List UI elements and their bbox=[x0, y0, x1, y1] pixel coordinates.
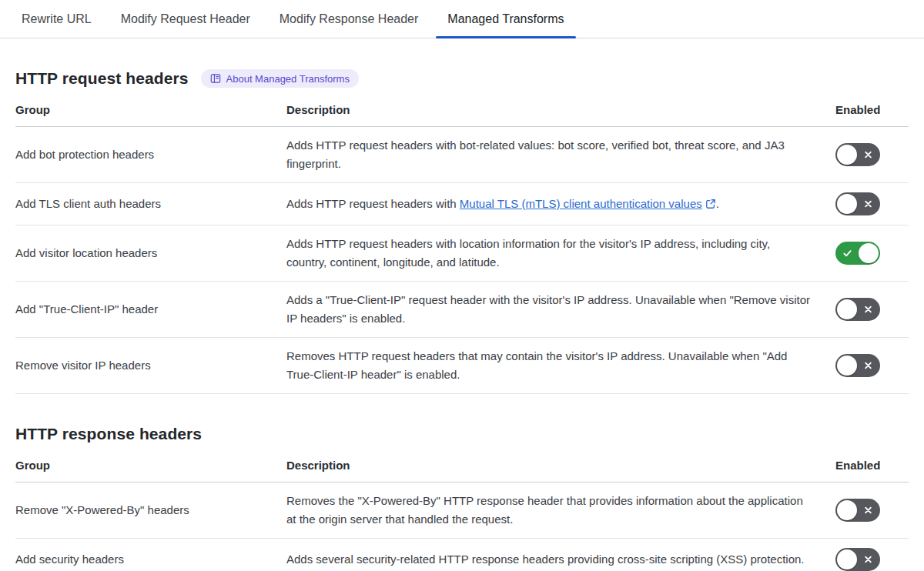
group-label: Add TLS client auth headers bbox=[15, 195, 286, 213]
tab-modify-request-header[interactable]: Modify Request Header bbox=[109, 0, 262, 38]
table-row: Add "True-Client-IP" headerAdds a "True-… bbox=[15, 282, 909, 338]
description-text: Adds HTTP request headers with Mutual TL… bbox=[286, 195, 835, 213]
response-headers-section: HTTP response headers Group Description … bbox=[0, 425, 924, 571]
column-header-enabled: Enabled bbox=[835, 103, 909, 116]
x-icon bbox=[863, 199, 873, 209]
tab-managed-transforms[interactable]: Managed Transforms bbox=[436, 0, 575, 38]
toggle-knob bbox=[837, 145, 857, 165]
x-icon bbox=[863, 361, 873, 371]
description-text: Removes the "X-Powered-By" HTTP response… bbox=[286, 492, 835, 529]
response-headers-table: Group Description Enabled Remove "X-Powe… bbox=[15, 443, 909, 571]
tab-bar: Rewrite URL Modify Request Header Modify… bbox=[0, 0, 924, 38]
table-row: Remove visitor IP headersRemoves HTTP re… bbox=[15, 338, 909, 394]
column-header-description: Description bbox=[286, 103, 835, 116]
column-header-enabled: Enabled bbox=[835, 459, 909, 472]
description-text: Adds HTTP request headers with bot-relat… bbox=[286, 136, 835, 173]
request-headers-table: Group Description Enabled Add bot protec… bbox=[15, 88, 909, 394]
x-icon bbox=[863, 305, 873, 315]
enabled-toggle[interactable] bbox=[835, 192, 880, 215]
group-label: Add security headers bbox=[15, 550, 286, 569]
table-header-row: Group Description Enabled bbox=[15, 443, 909, 483]
tab-modify-response-header[interactable]: Modify Response Header bbox=[268, 0, 430, 38]
section-title-request: HTTP request headers bbox=[15, 69, 189, 88]
section-title-response: HTTP response headers bbox=[15, 425, 202, 443]
column-header-description: Description bbox=[286, 459, 835, 472]
description-text: Adds HTTP request headers with location … bbox=[286, 235, 835, 272]
group-label: Add visitor location headers bbox=[15, 244, 286, 262]
check-icon bbox=[842, 249, 852, 259]
enabled-toggle[interactable] bbox=[835, 548, 880, 571]
request-headers-section: HTTP request headers About Managed Trans… bbox=[0, 69, 924, 394]
table-row: Add TLS client auth headersAdds HTTP req… bbox=[15, 183, 909, 225]
table-header-row: Group Description Enabled bbox=[15, 88, 909, 127]
description-text: Adds several security-related HTTP respo… bbox=[286, 550, 835, 569]
enabled-toggle[interactable] bbox=[835, 298, 880, 321]
toggle-knob bbox=[837, 356, 857, 376]
enabled-toggle[interactable] bbox=[835, 242, 880, 265]
toggle-knob bbox=[859, 243, 879, 263]
x-icon bbox=[863, 506, 873, 516]
column-header-group: Group bbox=[15, 459, 286, 472]
description-text: Adds a "True-Client-IP" request header w… bbox=[286, 291, 835, 328]
about-managed-transforms-badge[interactable]: About Managed Transforms bbox=[201, 69, 359, 88]
table-row: Add security headersAdds several securit… bbox=[15, 539, 909, 571]
badge-label: About Managed Transforms bbox=[226, 74, 350, 84]
toggle-knob bbox=[837, 194, 857, 214]
table-row: Add visitor location headersAdds HTTP re… bbox=[15, 225, 909, 282]
enabled-toggle[interactable] bbox=[835, 354, 880, 377]
table-row: Add bot protection headersAdds HTTP requ… bbox=[15, 127, 909, 183]
group-label: Add bot protection headers bbox=[15, 145, 286, 164]
book-icon bbox=[210, 73, 221, 84]
tab-rewrite-url[interactable]: Rewrite URL bbox=[10, 0, 103, 38]
description-text: Removes HTTP request headers that may co… bbox=[286, 347, 835, 384]
table-row: Remove "X-Powered-By" headersRemoves the… bbox=[15, 483, 909, 539]
toggle-knob bbox=[837, 299, 857, 319]
toggle-knob bbox=[837, 549, 857, 569]
description-link[interactable]: Mutual TLS (mTLS) client authentication … bbox=[460, 197, 702, 210]
enabled-toggle[interactable] bbox=[835, 499, 880, 522]
x-icon bbox=[863, 150, 873, 160]
enabled-toggle[interactable] bbox=[835, 143, 880, 166]
external-link-icon[interactable] bbox=[702, 197, 716, 210]
group-label: Remove visitor IP headers bbox=[15, 356, 286, 375]
group-label: Remove "X-Powered-By" headers bbox=[15, 501, 286, 519]
x-icon bbox=[863, 555, 873, 565]
toggle-knob bbox=[837, 500, 857, 520]
column-header-group: Group bbox=[15, 103, 286, 116]
group-label: Add "True-Client-IP" header bbox=[15, 300, 286, 319]
